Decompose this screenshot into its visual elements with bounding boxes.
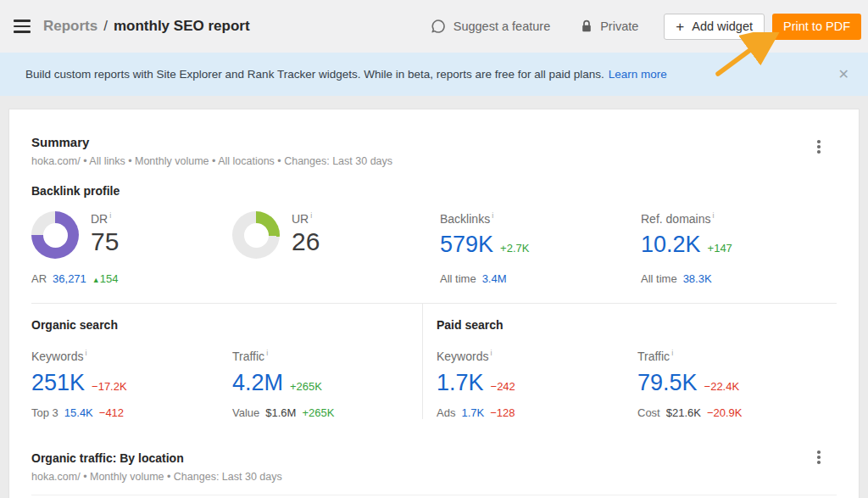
organic-traffic-label: Traffici <box>232 349 422 363</box>
backlinks-change: +2.7K <box>500 242 529 255</box>
top-bar: Reports / monthly SEO report Suggest a f… <box>0 0 868 53</box>
private-button[interactable]: Private <box>581 20 638 33</box>
ur-donut-chart <box>232 211 280 259</box>
suggest-feature-button[interactable]: Suggest a feature <box>431 19 550 34</box>
ads-value[interactable]: 1.7K <box>461 406 484 419</box>
ads-change: −128 <box>490 406 515 419</box>
alltime-label: All time <box>641 272 677 285</box>
info-icon: i <box>671 349 673 357</box>
ar-value[interactable]: 36,271 <box>53 272 86 285</box>
summary-subtitle: hoka.com/ • All links • Monthly volume •… <box>31 155 837 167</box>
ref-domains-metric: Ref. domainsi 10.2K +147 All time 38.3K <box>641 211 837 285</box>
ar-change: ▲154 <box>92 272 119 285</box>
ref-domains-alltime-value[interactable]: 38.3K <box>683 272 712 285</box>
breadcrumb: Reports / monthly SEO report <box>43 18 250 35</box>
top3-value[interactable]: 15.4K <box>64 406 93 419</box>
breadcrumb-reports[interactable]: Reports <box>43 18 97 35</box>
backlinks-alltime-row: All time 3.4M <box>440 272 641 285</box>
paid-ads-row: Ads 1.7K −128 <box>437 406 637 419</box>
paid-search-section: Paid search Keywordsi 1.7K −242 Ads 1.7K… <box>422 304 837 419</box>
paid-cost-row: Cost $21.6K −20.9K <box>637 406 837 419</box>
info-icon: i <box>492 211 493 220</box>
ur-metric: URi 26 <box>232 211 440 285</box>
info-icon: i <box>85 349 86 357</box>
by-location-subtitle: hoka.com/ • Monthly volume • Changes: La… <box>31 471 837 483</box>
info-icon: i <box>266 349 268 357</box>
organic-keywords-label: Keywordsi <box>31 349 232 363</box>
paid-keywords-metric: Keywordsi 1.7K −242 Ads 1.7K −128 <box>437 349 637 419</box>
beta-banner: Build custom reports with Site Explorer … <box>0 53 868 96</box>
paid-keywords-value[interactable]: 1.7K <box>437 372 484 394</box>
page-title: monthly SEO report <box>114 18 250 35</box>
info-icon: i <box>490 349 492 357</box>
backlink-metrics-row: DRi 75 AR 36,271 ▲154 URi 26 <box>31 211 837 285</box>
private-label: Private <box>600 20 638 33</box>
paid-traffic-value[interactable]: 79.5K <box>637 372 698 394</box>
lock-icon <box>581 20 593 33</box>
info-icon: i <box>310 211 312 220</box>
add-widget-button[interactable]: + Add widget <box>664 14 765 40</box>
summary-more-options-icon[interactable] <box>811 138 826 155</box>
ref-domains-change: +147 <box>708 242 732 255</box>
banner-message: Build custom reports with Site Explorer … <box>25 68 604 81</box>
learn-more-link[interactable]: Learn more <box>609 68 667 81</box>
by-location-divider <box>31 495 837 495</box>
ur-label: URi <box>292 211 320 226</box>
report-card: Summary hoka.com/ • All links • Monthly … <box>8 109 860 498</box>
paid-traffic-metric: Traffici 79.5K −22.4K Cost $21.6K −20.9K <box>637 349 837 419</box>
search-metrics-row: Organic search Keywordsi 251K −17.2K Top… <box>31 304 837 419</box>
ar-label: AR <box>31 272 47 285</box>
plus-icon: + <box>676 20 684 34</box>
cost-amount: $21.6K <box>666 406 701 419</box>
topbar-actions: Suggest a feature Private + Add widget P… <box>431 14 861 40</box>
summary-title: Summary <box>31 135 837 149</box>
print-to-pdf-label: Print to PDF <box>783 20 850 33</box>
ref-domains-alltime-row: All time 38.3K <box>641 272 837 285</box>
organic-value-row: Value $1.6M +265K <box>232 406 422 419</box>
add-widget-label: Add widget <box>692 20 753 33</box>
value-label: Value <box>232 406 259 419</box>
info-icon: i <box>712 211 714 220</box>
value-amount: $1.6M <box>265 406 296 419</box>
paid-keywords-change: −242 <box>491 380 515 393</box>
organic-top3-row: Top 3 15.4K −412 <box>31 406 232 419</box>
by-location-title: Organic traffic: By location <box>31 451 837 465</box>
paid-traffic-label: Traffici <box>637 349 837 363</box>
value-change: +265K <box>302 406 334 419</box>
organic-search-title: Organic search <box>31 318 422 332</box>
backlinks-alltime-value[interactable]: 3.4M <box>482 272 507 285</box>
dr-value: 75 <box>91 229 119 255</box>
ref-domains-label: Ref. domainsi <box>641 211 837 226</box>
dr-metric: DRi 75 AR 36,271 ▲154 <box>31 211 232 285</box>
ref-domains-value[interactable]: 10.2K <box>641 233 701 256</box>
ur-value: 26 <box>292 229 320 255</box>
organic-keywords-metric: Keywordsi 251K −17.2K Top 3 15.4K −412 <box>31 349 232 419</box>
backlinks-label: Backlinksi <box>440 211 641 226</box>
bylocation-more-options-icon[interactable] <box>811 449 826 466</box>
backlinks-metric: Backlinksi 579K +2.7K All time 3.4M <box>440 211 641 285</box>
up-triangle-icon: ▲ <box>92 276 100 284</box>
organic-search-section: Organic search Keywordsi 251K −17.2K Top… <box>31 304 422 419</box>
backlinks-value[interactable]: 579K <box>440 233 493 256</box>
top3-label: Top 3 <box>31 406 58 419</box>
alltime-label: All time <box>440 272 476 285</box>
dr-donut-chart <box>31 211 79 259</box>
top3-change: −412 <box>99 406 124 419</box>
organic-traffic-change: +265K <box>290 380 322 393</box>
organic-traffic-metric: Traffici 4.2M +265K Value $1.6M +265K <box>232 349 422 419</box>
cost-change: −20.9K <box>707 406 743 419</box>
organic-keywords-change: −17.2K <box>92 380 127 393</box>
ar-row: AR 36,271 ▲154 <box>31 272 232 285</box>
info-icon: i <box>109 211 111 220</box>
print-to-pdf-button[interactable]: Print to PDF <box>772 14 861 40</box>
paid-search-title: Paid search <box>437 318 837 332</box>
dr-label: DRi <box>91 211 119 226</box>
close-icon[interactable]: ✕ <box>838 68 849 81</box>
paid-keywords-label: Keywordsi <box>437 349 637 363</box>
hamburger-menu-icon[interactable] <box>14 20 31 33</box>
breadcrumb-separator: / <box>103 18 108 35</box>
paid-traffic-change: −22.4K <box>704 380 740 393</box>
organic-keywords-value[interactable]: 251K <box>31 372 85 394</box>
organic-traffic-value[interactable]: 4.2M <box>232 372 283 394</box>
speech-bubble-icon <box>431 19 446 34</box>
